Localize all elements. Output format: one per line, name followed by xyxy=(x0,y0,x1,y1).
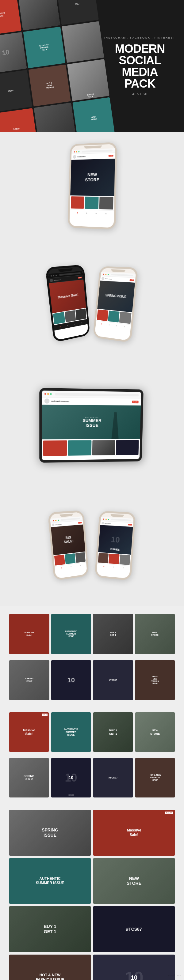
small-grid-section: MassiveSale! AUTHENTICSUMMERISSUE BUY 1G… xyxy=(0,606,184,709)
hero-tile: #TCS87 xyxy=(0,70,32,111)
tablet-banner-label: AUTHENTIC SUMMERISSUE xyxy=(83,417,101,428)
hero-tile: NEWSTORE xyxy=(72,97,115,132)
screen-banner-label: NEW STORE xyxy=(85,172,99,183)
medium-grid-row2: SPRINGISSUE 10 10 ISSUES #TCS87 HOT & NE… xyxy=(9,758,175,797)
hero-tile xyxy=(18,0,60,30)
med-grid-item-6: 10 10 ISSUES xyxy=(51,758,91,797)
med-grid-item-4: NEWSTORE xyxy=(135,712,175,752)
medium-grid-section: SALE MassiveSale! AUTHENTICSUMMERISSUE B… xyxy=(0,709,184,807)
med-grid-item-1: SALE MassiveSale! xyxy=(9,712,49,752)
tablet-mockup: authenticsummer ♥ 124 AUTHENTIC xyxy=(40,389,144,463)
device-section-tablet: authenticsummer ♥ 124 AUTHENTIC xyxy=(0,368,184,484)
hero-platforms: INSTAGRAM . FACEBOOK . PINTEREST xyxy=(102,36,178,39)
hero-tile: SELL xyxy=(56,0,99,25)
grid-item-3: BUY 1GET 1 xyxy=(93,614,133,654)
wide-grid-row4: HOT & NEWFASHION ISSUE 10 10 xyxy=(9,955,175,980)
phone-mockup-right: fashionissue ♥ 27 SPRING ISSUE xyxy=(93,266,138,343)
hero-tile xyxy=(34,103,76,132)
wide-grid-item-3: AUTHENTICSUMMER ISSUE xyxy=(9,858,91,904)
hero-tile: SALE! xyxy=(0,108,37,132)
wide-grid-item-6: #TCS87 xyxy=(93,906,175,952)
hero-title: MODERN SOCIAL MEDIA PACK xyxy=(102,43,178,89)
wide-grid-item-1: SPRINGISSUE xyxy=(9,810,91,856)
hero-section: MassiveSale! SELL 10 AUTHENTICSUMMERISSU… xyxy=(0,0,184,132)
small-grid-row2: SPRINGISSUE 10 10 #TCS87 HOT &NEWFASHION… xyxy=(9,660,175,700)
phone-mockup-left-2: fashionshop BIGSALE! xyxy=(48,510,89,581)
phone-mockup-right-2: fashionstore 10 ISSUES xyxy=(94,511,136,581)
hero-tile: HOT &NEWFASHION xyxy=(29,65,71,106)
med-grid-item-8: HOT & NEWFASHIONISSUE xyxy=(135,758,175,797)
device-section-two-phones-2: fashionshop BIGSALE! xyxy=(0,484,184,606)
device-section-two-phones: fashionstore ♥ 38 Massive Sale! xyxy=(0,239,184,368)
wide-grid-item-8: 10 10 xyxy=(93,955,175,980)
grid-item-2: AUTHENTICSUMMERISSUE xyxy=(51,614,91,654)
hero-tile: AUTHENTICSUMMERISSUE xyxy=(23,26,65,68)
wide-grid-row3: BUY 1GET 1 #TCS87 xyxy=(9,906,175,952)
phone-mockup-single: instafashion ♥ 42 NEW STORE xyxy=(67,142,117,230)
grid-item-1: MassiveSale! xyxy=(9,614,50,654)
device-section-phone-single: instafashion ♥ 42 NEW STORE xyxy=(0,132,184,239)
grid-item-8: HOT &NEWFASHIONISSUE xyxy=(135,660,175,700)
hero-format: AI & PSD xyxy=(102,92,178,96)
med-grid-item-2: AUTHENTICSUMMERISSUE xyxy=(51,712,91,752)
grid-item-5: SPRINGISSUE xyxy=(9,660,50,700)
phone-mockup-left: fashionstore ♥ 38 Massive Sale! xyxy=(45,265,90,343)
wide-grid-row2: AUTHENTICSUMMER ISSUE NEWSTORE xyxy=(9,858,175,904)
small-grid-row1: MassiveSale! AUTHENTICSUMMERISSUE BUY 1G… xyxy=(9,614,175,654)
wide-grid-item-2: SALE! MassiveSale! xyxy=(93,810,175,856)
wide-grid-item-5: BUY 1GET 1 xyxy=(9,906,91,952)
wide-grid-section: SPRINGISSUE SALE! MassiveSale! AUTHENTIC… xyxy=(0,807,184,980)
hero-text-block: INSTAGRAM . FACEBOOK . PINTEREST MODERN … xyxy=(96,30,184,102)
medium-grid-row1: SALE MassiveSale! AUTHENTICSUMMERISSUE B… xyxy=(9,712,175,752)
grid-item-4: NEWSTORE xyxy=(135,614,175,654)
tablet-browser-bar xyxy=(42,390,141,398)
grid-item-6: 10 10 xyxy=(51,660,91,700)
wide-grid-item-4: NEWSTORE xyxy=(93,858,175,904)
med-grid-item-7: #TCS87 xyxy=(93,758,133,797)
med-grid-item-5: SPRINGISSUE xyxy=(9,758,49,797)
hero-tile: 10 xyxy=(0,32,27,73)
wide-grid-item-7: HOT & NEWFASHION ISSUE xyxy=(9,955,91,980)
watermark: yrucd.com xyxy=(168,974,181,977)
med-grid-item-3: BUY 1GET 1 xyxy=(93,712,133,752)
wide-grid-row1: SPRINGISSUE SALE! MassiveSale! xyxy=(9,810,175,856)
grid-item-7: #TCS87 xyxy=(93,660,133,700)
hero-tile: MassiveSale! xyxy=(0,0,21,35)
